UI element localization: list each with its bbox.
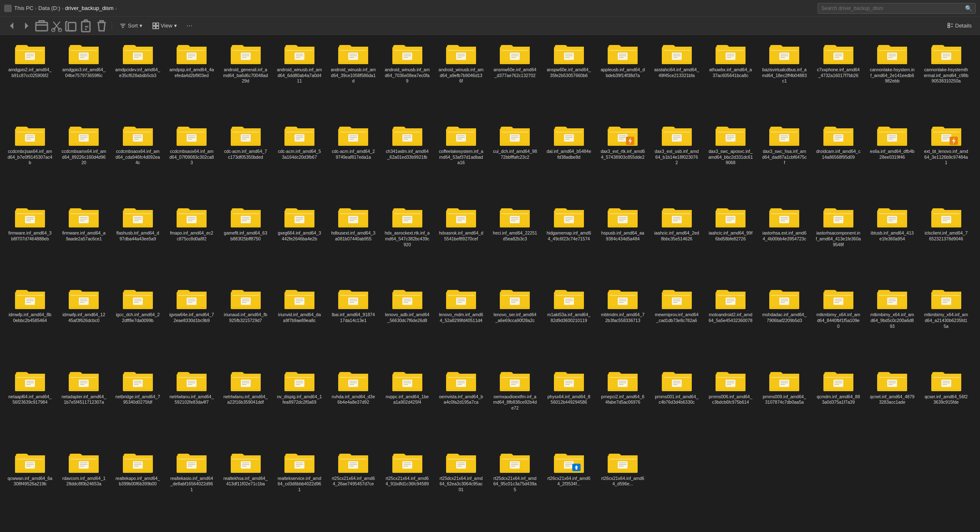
folder-item[interactable]: m1akt53a.inf_amd64_82d9d3600210119 — [544, 283, 594, 365]
nav-back-button[interactable] — [5, 19, 18, 32]
folder-item[interactable]: cannonlake-hsystem.inf_amd64_2e141eedb69… — [867, 38, 917, 120]
folder-item[interactable]: ibtusb.inf_amd64_413e1fe360a954 — [867, 202, 917, 283]
folder-item[interactable]: realtekhsa.inf_amd64_413df11f02e71c1ba — [221, 447, 271, 529]
new-folder-button[interactable] — [35, 19, 48, 32]
folder-item[interactable]: mewmiprov.inf_amd64_cad1db73e8c782a6 — [652, 283, 702, 365]
copy-button[interactable] — [65, 19, 78, 32]
folder-item[interactable]: ccdcmbsaox64.inf_amd64_cda946fc4d092ea4c — [113, 120, 163, 202]
view-button[interactable]: View ▾ — [148, 21, 181, 31]
folder-item[interactable]: idmwfp.inf_amd64_8b0ebbc2b4585464 — [5, 283, 55, 365]
folder-item[interactable]: bazisvirtualcdbus.inf_amd64_18ec2ff4b048… — [759, 38, 809, 120]
folder-item[interactable]: android_winusb.inf_amd64_39ce1058f586da1… — [328, 38, 378, 120]
paste-button[interactable] — [80, 19, 93, 32]
search-icon[interactable]: 🔍 — [965, 5, 972, 12]
folder-item[interactable]: firmware.inf_amd64_a9aade2a57ac6ce1 — [59, 202, 109, 283]
folder-item[interactable]: iaahcic.inf_amd64_99f6bd58bfe82726 — [706, 202, 756, 283]
folder-item[interactable]: mtkmbimy_x64.inf_amd64_9bd5c0c200a6d893 — [867, 283, 917, 365]
folder-item[interactable]: motoandroid2.inf_amd64_5a5e45432360078 — [706, 283, 756, 365]
folder-item[interactable]: iriunvid.inf_amd64_daa9f7b9ae89ea8c — [274, 283, 324, 365]
folder-item[interactable]: dax3_swc_aposvc.inf_amd64_bbc2d331dc6190… — [706, 120, 756, 202]
folder-item[interactable]: droidcam.inf_amd64_c14a86568f95d09 — [813, 120, 863, 202]
cut-button[interactable] — [50, 19, 63, 32]
search-input[interactable] — [821, 5, 965, 11]
breadcrumb-current[interactable]: driver_backup_dism — [65, 5, 113, 11]
folder-item[interactable]: iclsclient.inf_amd64_7652321378d9046 — [921, 202, 971, 283]
folder-item[interactable]: amdpcidev.inf_amd64_e35cf628abdb5cb3 — [113, 38, 163, 120]
folder-item[interactable]: hdxasrok.inf_amd64_d5541bef89270cef — [436, 202, 486, 283]
folder-item[interactable]: hspusb.inf_amd64_aa9384c434d5a484 — [598, 202, 648, 283]
folder-item[interactable]: hidgamemap.inf_amd64_49c6f23c74e71574 — [544, 202, 594, 283]
folder-item[interactable]: android_winusb.inf_amd64_a9efb7b9046d136… — [436, 38, 486, 120]
folder-item[interactable]: iaahcic.inf_amd64_2ed8bbc35e514626 — [652, 202, 702, 283]
folder-item[interactable]: dal.inf_amd64_b5484efd38adbe8d — [544, 120, 594, 202]
folder-item[interactable]: realtekservice.inf_amd64_cd3d6bbb4022d96… — [274, 447, 324, 529]
folder-item[interactable]: iriunaud.inf_amd64_fb925fb3215729d7 — [221, 283, 271, 365]
folder-item[interactable]: mtkmbimy_x64.inf_amd64_8440fbf1f5a109e0 — [813, 283, 863, 365]
folder-item[interactable]: cdc-acm.inf_amd64_7c173df05350bded — [221, 120, 271, 202]
folder-item[interactable]: nv_dispig.inf_amd64_1fea8972dc2f0a69 — [274, 365, 324, 447]
folder-item[interactable]: android_winusb.inf_amd64_6dd80ab4a7a0d41… — [274, 38, 324, 120]
details-button[interactable]: Details — [944, 21, 975, 30]
folder-item[interactable]: cdc-acm.inf_amd64_53a164dc20d3fb67 — [274, 120, 324, 202]
folder-item[interactable]: rt26cx21x64.inf_amd64_2f3534f... — [544, 447, 594, 529]
folder-item[interactable]: appleusb.inf_amd64_dbdeb39f14f38d7a — [598, 38, 648, 120]
folder-item[interactable]: igcc_dch.inf_amd64_22dff8e7da0099b — [113, 283, 163, 365]
folder-item[interactable]: cannonlake-hsystemthermal.inf_amd64_c98b… — [921, 38, 971, 120]
folder-item[interactable]: amdgpio3.inf_amd64_04be757973659f6c — [59, 38, 109, 120]
folder-item[interactable]: rt25dcx21x64.inf_amd64_95c01c3a75d439a5 — [490, 447, 540, 529]
folder-item[interactable]: anspw60e.inf_amd64_35fe2b53057660b6 — [544, 38, 594, 120]
folder-item[interactable]: prnms009.inf_amd64_3107874c7db0aa5a — [759, 365, 809, 447]
folder-item[interactable]: dax3_ext_rtk.inf_amd64_57438903c855dde2 — [598, 120, 648, 202]
folder-item[interactable]: prnms006.inf_amd64_c3bdcb6fc975b614 — [706, 365, 756, 447]
folder-item[interactable]: realtekasio.inf_amd64_de8abf16564022d961 — [167, 447, 217, 529]
folder-item[interactable]: hdx_asrockext.rtk.inf_amd64_547c382bc439… — [382, 202, 432, 283]
folder-item[interactable]: gameflt.inf_amd64_63b883f25bff8750 — [221, 202, 271, 283]
folder-item[interactable]: mtkmbimy_x64.inf_amd64_a21430b6235fd15a — [921, 283, 971, 365]
folder-item[interactable]: qcmdm.inf_amd64_883a0d375a1f7a39 — [813, 365, 863, 447]
folder-item[interactable]: dax3_ext_usb.inf_amd64_b1b14e18f0230762 — [652, 120, 702, 202]
folder-item[interactable]: dax3_swc_hsa.inf_amd64_dad87a1cbf6475cf — [759, 120, 809, 202]
folder-item[interactable]: prnepci2.inf_amd64_64fabe7d5ac06976 — [598, 365, 648, 447]
folder-item[interactable]: oemxaudioextfm.inf_amd64_8fb838ce92b4de7… — [490, 365, 540, 447]
folder-item[interactable]: es6a.inf_amd64_dfb4b28ee0319f46 — [867, 120, 917, 202]
folder-item[interactable]: qcser.inf_amd64_56f23639c915fde — [921, 365, 971, 447]
folder-item[interactable]: lbai.inf_amd64_9187417da14c13e1 — [328, 283, 378, 365]
folder-item[interactable]: rt25dcx21x64.inf_amd64_62ea3c3064c95ac01 — [436, 447, 486, 529]
folder-item[interactable]: cdc-acm.inf_amd64_29749eaf817eda1a — [328, 120, 378, 202]
folder-item[interactable]: mshdadac.inf_amd64_7906baf2209b5d3 — [759, 283, 809, 365]
delete-button[interactable] — [95, 19, 108, 32]
folder-item[interactable]: coffeelakesystem.inf_amd64_53af37d1adbad… — [436, 120, 486, 202]
folder-item[interactable]: physx64.inf_amd64_856012b449294586 — [544, 365, 594, 447]
folder-item[interactable]: netbridge.inf_amd64_795340d0275fdf — [113, 365, 163, 447]
folder-item[interactable]: lenovo_ser.inf_amd64_a6e69cca90f28a2c — [490, 283, 540, 365]
folder-item[interactable]: android_winusb.inf_amd64_7036e08ea7ec0fa… — [382, 38, 432, 120]
folder-item[interactable]: rt25cx21x64.inf_amd64_26ae7495457d7ce — [328, 447, 378, 529]
folder-item[interactable]: cui_dch.inf_amd64_9872bbfffafc23c2 — [490, 120, 540, 202]
folder-item[interactable]: ccdcmbsamx64.inf_amd64_89226c160d4d9620 — [59, 120, 109, 202]
folder-item[interactable]: gxeg664.inf_amd64_3442fe2646ba4e2b — [274, 202, 324, 283]
folder-item[interactable]: fmapo.inf_amd64_ec2c875cc8d0a8f2 — [167, 202, 217, 283]
folder-item[interactable]: lenovo_mdm.inf_amd64_52a8299fd40511d4 — [436, 283, 486, 365]
folder-item[interactable]: iastorhsa.ext.inf_amd64_4b00bb4e3954723c — [759, 202, 809, 283]
folder-item[interactable]: mbtmdm.inf_amd64_72b3fac558336713 — [598, 283, 648, 365]
folder-item[interactable]: idmwfp.inf_amd64_1245af3f626dcbc0 — [59, 283, 109, 365]
folder-item[interactable]: lenovo_adb.inf_amd64_56630dc7f6de26d8 — [382, 283, 432, 365]
folder-item[interactable]: prnms001.inf_amd64_c4b76d3d4b6330c — [652, 365, 702, 447]
folder-item[interactable]: ccdcmbcjsax64.inf_amd64_b7e0f9145307ac4b — [5, 120, 55, 202]
folder-item[interactable]: asstahci64.inf_amd64_49f45ce213321bfa — [652, 38, 702, 120]
folder-item[interactable]: ch341wdm.inf_amd64_62a01ed33b9921fb — [382, 120, 432, 202]
folder-item[interactable]: realtekapo.inf_amd64_b399b00f6b399b00 — [113, 447, 163, 529]
sort-button[interactable]: Sort ▾ — [115, 21, 147, 31]
folder-item[interactable]: netaapl64.inf_amd64_56f23639c917984 — [5, 365, 55, 447]
folder-item[interactable]: ccdcmbsaox64.inf_amd64_07f09083c302ca83 — [167, 120, 217, 202]
nav-forward-button[interactable] — [20, 19, 33, 32]
breadcrumb-this-pc[interactable]: This PC — [14, 5, 33, 11]
folder-item[interactable]: oemvista.inf_amd64_ba4c0fa2d195a7ca — [436, 365, 486, 447]
folder-item[interactable]: amdpsp.inf_amd64_4aefeda4d2bf903ed — [167, 38, 217, 120]
folder-item[interactable]: netrtwlanu.inf_amd64_592102fe83da4f7 — [167, 365, 217, 447]
folder-item[interactable]: ansmw60e.inf_amd64_d377ae762c132702 — [490, 38, 540, 120]
breadcrumb-data-d[interactable]: Data (D:) — [38, 5, 60, 11]
folder-item[interactable]: firmware.inf_amd64_3b8f707d7464888eb — [5, 202, 55, 283]
folder-item[interactable]: nvhda.inf_amd64_d3e6b4e4a8e37d92 — [328, 365, 378, 447]
folder-item[interactable]: rt25cx21x64.inf_amd64_91bdfd1c36fc94589 — [382, 447, 432, 529]
